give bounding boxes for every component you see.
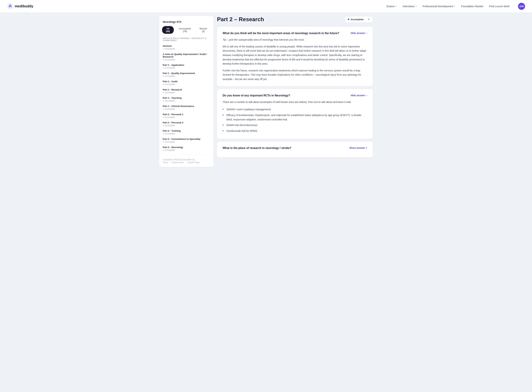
status-dropdown[interactable]: Incomplete ▼ — [345, 16, 373, 23]
nav-professional-development[interactable]: Professional Development ▼ — [422, 5, 456, 8]
list-item: SANAD I and II (epilepsy management) — [223, 107, 367, 112]
sidebar-title: Neurology ST4 — [159, 20, 214, 26]
logo-text: medibuddy — [15, 4, 33, 8]
sidebar-footer: Copyright © 2023 AG Education Ltd. Terms… — [159, 155, 214, 163]
nav-exams[interactable]: Exams ▼ — [387, 5, 397, 8]
svg-point-0 — [7, 3, 13, 9]
sidebar-item-part1-audit[interactable]: Part 1 - Audit Incomplete — [159, 79, 214, 87]
sidebar-item-part2-personal2[interactable]: Part 2 - Personal 2 Incomplete — [159, 120, 214, 128]
status-dot — [163, 59, 164, 60]
hide-answer-button-1[interactable]: Hide answer – — [351, 32, 367, 34]
answer-body-2: There are a number to talk about (exampl… — [223, 100, 367, 134]
question-card-3: What is the place of research in neurolo… — [217, 142, 373, 157]
status-dot — [163, 133, 164, 134]
sidebar-footer-links: Terms · Privacy Policy · Cookie Policy — [163, 161, 210, 163]
sidebar-item-part1-research[interactable]: Part 1 - Research Incomplete — [159, 87, 214, 95]
question-header-3: What is the place of research in neurolo… — [223, 146, 367, 150]
hide-answer-button-2[interactable]: Hide answer – — [351, 94, 367, 97]
chevron-down-icon: ▼ — [415, 5, 417, 7]
nav-find-locum-work[interactable]: Find Locum Work — [489, 5, 510, 8]
status-dot — [163, 48, 164, 50]
filter-tabs: All (88) Incomplete (79) Revisit (3) — [159, 26, 214, 37]
sidebar: Neurology ST4 All (88) Incomplete (79) R… — [159, 16, 214, 167]
question-header-1: What do you think will be the most impor… — [223, 32, 367, 35]
question-text-2: Do you know of any important RCTs in Neu… — [223, 94, 347, 97]
sidebar-item-part2-commitment[interactable]: Part 2 - Commitment to Speciality Incomp… — [159, 136, 214, 145]
status-dot-indicator — [348, 19, 349, 20]
logo[interactable]: medibuddy — [7, 3, 33, 9]
content-header: Part 2 – Research Incomplete ▼ — [217, 16, 373, 23]
status-dot — [163, 108, 164, 110]
question-text-3: What is the place of research in neurolo… — [223, 146, 346, 150]
status-dot — [163, 84, 164, 85]
dropdown-chevron-icon: ▼ — [368, 18, 370, 21]
sidebar-item-part2-personal1[interactable]: Part 2 - Personal 1 Incomplete — [159, 112, 214, 120]
sidebar-section-label: Application & Training / Suitability & C… — [159, 37, 214, 43]
avatar[interactable]: GW — [518, 3, 525, 10]
header: medibuddy Exams ▼ Interviews ▼ Professio… — [0, 0, 532, 13]
answer-paragraph-1-1: MS is still one of the leading causes of… — [223, 44, 367, 66]
sidebar-item-part1-application[interactable]: Part 1 - Application Incomplete — [159, 62, 214, 70]
status-dot — [163, 125, 164, 126]
sidebar-item-part1-teaching[interactable]: Part 1 - Teaching Incomplete — [159, 95, 214, 103]
nav-foundation-ranker[interactable]: Foundation Ranker — [461, 5, 484, 8]
status-dot — [163, 150, 164, 151]
chevron-down-icon: ▼ — [454, 5, 456, 7]
sidebar-item-part2-neurology[interactable]: Part 2 - Neurology Incomplete — [159, 145, 214, 153]
page-title: Part 2 – Research — [217, 16, 264, 23]
sidebar-item-part2-training[interactable]: Part 2 - Training Incomplete — [159, 128, 214, 136]
svg-point-1 — [10, 4, 11, 5]
filter-tab-incomplete[interactable]: Incomplete (79) — [175, 26, 195, 34]
filter-tab-revisit[interactable]: Revisit (3) — [196, 26, 211, 34]
question-header-2: Do you know of any important RCTs in Neu… — [223, 94, 367, 97]
status-dot — [163, 100, 164, 102]
status-dot — [163, 67, 164, 69]
list-item: Efficacy of levetiracetam, fosphenytoin,… — [223, 112, 367, 122]
terms-link[interactable]: Terms — [163, 161, 168, 163]
list-item: DAWN trial (thrombectomy) — [223, 122, 367, 128]
status-dot — [163, 141, 164, 143]
main-nav: Exams ▼ Interviews ▼ Professional Develo… — [387, 3, 525, 10]
app-container: medibuddy Exams ▼ Interviews ▼ Professio… — [0, 0, 532, 392]
tip-text-1: Tip – pick the subspeciality area of neu… — [223, 38, 367, 42]
main-layout: Neurology ST4 All (88) Incomplete (79) R… — [156, 13, 376, 174]
answer-intro-2: There are a number to talk about (exampl… — [223, 100, 367, 104]
status-dot — [163, 92, 164, 93]
sidebar-item-part1-clinical-governance[interactable]: Part 1 - Clinical Governance Incomplete — [159, 103, 214, 112]
logo-icon — [7, 3, 13, 9]
main-content: Part 2 – Research Incomplete ▼ What do y… — [217, 16, 373, 167]
show-answer-button-3[interactable]: Show answer + — [349, 146, 367, 149]
nav-interviews[interactable]: Interviews ▼ — [403, 5, 417, 8]
bullet-list-2: SANAD I and II (epilepsy management) Eff… — [223, 107, 367, 134]
question-text-1: What do you think will be the most impor… — [223, 32, 347, 35]
sidebar-item-general[interactable]: General Incomplete — [159, 43, 214, 51]
chevron-down-icon: ▼ — [395, 5, 397, 7]
question-card-2: Do you know of any important RCTs in Neu… — [217, 89, 373, 139]
list-item: Ocrelizumab trial for RRMS — [223, 128, 367, 134]
answer-paragraph-1-2: Further into the future, research into r… — [223, 68, 367, 81]
sidebar-item-part1-quality-improvement[interactable]: Part 1 - Quality Improvement Incomplete — [159, 70, 214, 79]
sidebar-item-quality-improvement-note[interactable]: A note on Quality Improvement / Audit / … — [159, 51, 214, 62]
status-dot — [163, 76, 164, 77]
status-dot — [163, 117, 164, 118]
question-card-1: What do you think will be the most impor… — [217, 27, 373, 86]
answer-body-1: Tip – pick the subspeciality area of neu… — [223, 38, 367, 81]
privacy-link[interactable]: Privacy Policy — [172, 161, 184, 163]
filter-tab-all[interactable]: All (88) — [162, 26, 174, 34]
cookie-link[interactable]: Cookie Policy — [187, 161, 200, 163]
